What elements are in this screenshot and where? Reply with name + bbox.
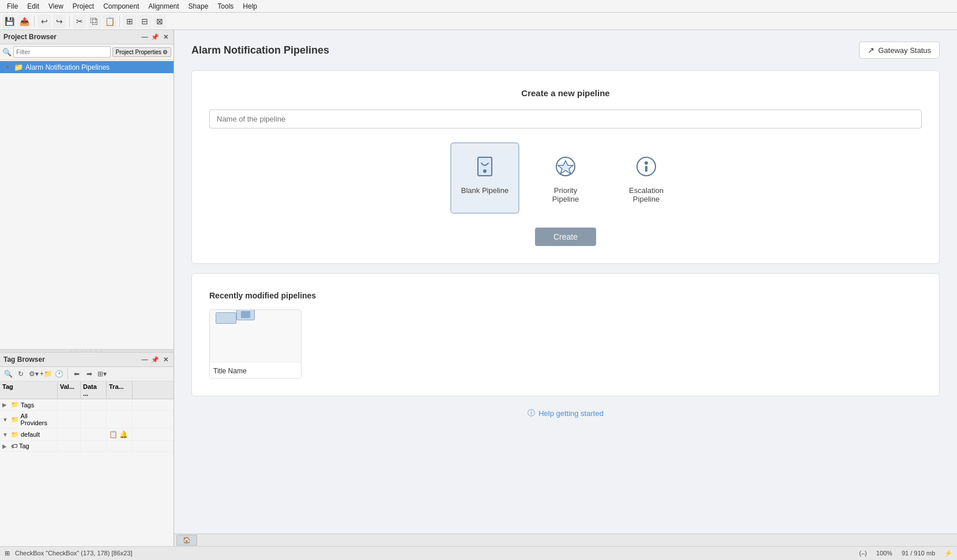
close-project-browser-button[interactable]: ✕	[161, 32, 170, 41]
menu-alignment[interactable]: Alignment	[144, 1, 183, 12]
thumbnail-label: Title Name	[210, 362, 301, 379]
tag-history-button[interactable]: 🕐	[53, 368, 65, 380]
tag-label-tags: ▶ 📁 Tags	[0, 399, 58, 410]
minimize-project-browser-button[interactable]: —	[140, 32, 149, 41]
tag-table-body: ▶ 📁 Tags ▼ 📁 All Providers	[0, 399, 174, 560]
home-icon: 🏠	[183, 536, 191, 544]
settings-icon: ⚙	[163, 49, 168, 55]
svg-point-5	[645, 161, 648, 165]
toolbar-separator-1	[34, 16, 35, 27]
minimize-tag-browser-button[interactable]: —	[140, 355, 149, 364]
paste-button[interactable]: 📋	[103, 14, 116, 28]
filter-bar: 🔍 Project Properties ⚙	[0, 44, 174, 60]
home-tab[interactable]: 🏠	[176, 535, 197, 546]
filter-input[interactable]	[13, 46, 111, 58]
folder-tags-icon: 📁	[11, 401, 19, 408]
tag-browser-title: Tag Browser	[3, 355, 45, 364]
tag-row-all-providers[interactable]: ▼ 📁 All Providers	[0, 411, 174, 429]
expand-allproviders-icon: ▼	[2, 417, 9, 423]
tag-toolbar: 🔍 ↻ ⚙▾ +📁 🕐 ⬅ ➡ ⊞▾	[0, 367, 174, 381]
menu-view[interactable]: View	[44, 1, 68, 12]
gateway-status-button[interactable]: ↗ Gateway Status	[859, 41, 940, 59]
pipeline-name-input[interactable]	[209, 109, 922, 128]
tag-export-button[interactable]: ➡	[84, 368, 95, 380]
folder-allproviders-icon: 📁	[11, 416, 19, 423]
menu-bar: File Edit View Project Component Alignme…	[0, 0, 957, 13]
project-properties-button[interactable]: Project Properties ⚙	[112, 47, 171, 57]
priority-pipeline-option[interactable]: Priority Pipeline	[531, 142, 600, 214]
project-properties-label: Project Properties	[116, 49, 161, 55]
tag-search-button[interactable]: 🔍	[2, 368, 14, 380]
align2-button[interactable]: ⊟	[138, 14, 152, 28]
priority-pipeline-icon	[552, 153, 579, 180]
tag-row-tags[interactable]: ▶ 📁 Tags	[0, 399, 174, 411]
redo-button[interactable]: ↪	[52, 14, 66, 28]
tag-browser-header: Tag Browser — 📌 ✕	[0, 353, 174, 367]
blank-pipeline-option[interactable]: Blank Pipeline	[450, 142, 519, 214]
pipeline-thumbnail-title-name[interactable]: Title Name	[209, 309, 302, 379]
tag-row-tag[interactable]: ▶ 🏷 Tag	[0, 441, 174, 452]
help-icon: ⓘ	[528, 408, 535, 418]
gateway-status-label: Gateway Status	[878, 46, 931, 55]
page-title: Alarm Notification Pipelines	[191, 44, 329, 56]
status-text: CheckBox "CheckBox" (173, 178) [86x23]	[15, 550, 132, 557]
menu-project[interactable]: Project	[68, 1, 99, 12]
bottom-tab-bar: 🏠	[174, 533, 957, 546]
tag-label-default: ▼ 📁 default	[0, 429, 58, 440]
escalation-pipeline-label: Escalation Pipeline	[622, 186, 670, 203]
status-icon: ⚡	[944, 550, 952, 557]
create-pipeline-title: Create a new pipeline	[209, 88, 922, 98]
escalation-pipeline-icon	[632, 153, 660, 180]
align1-button[interactable]: ⊞	[123, 14, 137, 28]
menu-file[interactable]: File	[2, 1, 22, 12]
status-right: (–) 100% 91 / 910 mb ⚡	[859, 550, 952, 557]
tag-table-button[interactable]: ⊞▾	[96, 368, 108, 380]
expand-tag-icon: ▶	[2, 443, 9, 449]
menu-help[interactable]: Help	[238, 1, 262, 12]
col-data: Data ...	[81, 381, 107, 399]
blank-pipeline-icon	[471, 153, 499, 180]
grid-icon: ⊞	[5, 550, 10, 557]
menu-edit[interactable]: Edit	[22, 1, 44, 12]
project-browser-tree: ▼ 📁 Alarm Notification Pipelines	[0, 60, 174, 349]
save-button[interactable]: 💾	[2, 14, 16, 28]
left-panel: Project Browser — 📌 ✕ 🔍 Project Properti…	[0, 30, 174, 560]
escalation-pipeline-option[interactable]: Escalation Pipeline	[612, 142, 681, 214]
recent-pipelines-card: Recently modified pipelines Title Name	[191, 273, 940, 396]
menu-tools[interactable]: Tools	[213, 1, 238, 12]
menu-component[interactable]: Component	[99, 1, 144, 12]
tag-import-button[interactable]: ⬅	[71, 368, 82, 380]
toolbar: 💾 📤 ↩ ↪ ✂ ⿻ 📋 ⊞ ⊟ ⊠	[0, 13, 957, 30]
project-browser-actions: — 📌 ✕	[140, 32, 170, 41]
create-button[interactable]: Create	[535, 228, 596, 246]
help-link[interactable]: ⓘ Help getting started	[191, 408, 940, 418]
menu-shape[interactable]: Shape	[184, 1, 213, 12]
cut-button[interactable]: ✂	[73, 14, 86, 28]
expand-tags-icon: ▶	[2, 402, 9, 408]
pin-project-browser-button[interactable]: 📌	[150, 32, 160, 41]
undo-button[interactable]: ↩	[37, 14, 51, 28]
folder-default-icon: 📁	[11, 431, 19, 438]
expand-default-icon: ▼	[2, 432, 9, 438]
tag-label-tag: ▶ 🏷 Tag	[0, 441, 58, 451]
align3-button[interactable]: ⊠	[153, 14, 167, 28]
svg-rect-0	[478, 157, 492, 176]
tag-config-button[interactable]: ⚙▾	[28, 368, 39, 380]
svg-point-1	[483, 169, 487, 173]
tag-add-button[interactable]: +📁	[40, 368, 52, 380]
recent-pipelines-title: Recently modified pipelines	[209, 291, 922, 300]
export-button[interactable]: 📤	[17, 14, 31, 28]
priority-pipeline-label: Priority Pipeline	[541, 186, 590, 203]
blank-pipeline-label: Blank Pipeline	[461, 186, 508, 195]
tag-row-default[interactable]: ▼ 📁 default 📋 🔔	[0, 429, 174, 441]
tree-item-alarm-notification[interactable]: ▼ 📁 Alarm Notification Pipelines	[0, 61, 174, 73]
tag-table-header: Tag Val... Data ... Tra...	[0, 381, 174, 399]
tag-copy-icon: 📋	[109, 430, 118, 438]
tag-refresh-button[interactable]: ↻	[15, 368, 27, 380]
close-tag-browser-button[interactable]: ✕	[161, 355, 170, 364]
recent-pipelines-list: Title Name	[209, 309, 922, 379]
copy-button[interactable]: ⿻	[88, 14, 101, 28]
pin-tag-browser-button[interactable]: 📌	[150, 355, 160, 364]
tag-toolbar-sep	[67, 368, 68, 380]
toolbar-separator-2	[69, 16, 70, 27]
